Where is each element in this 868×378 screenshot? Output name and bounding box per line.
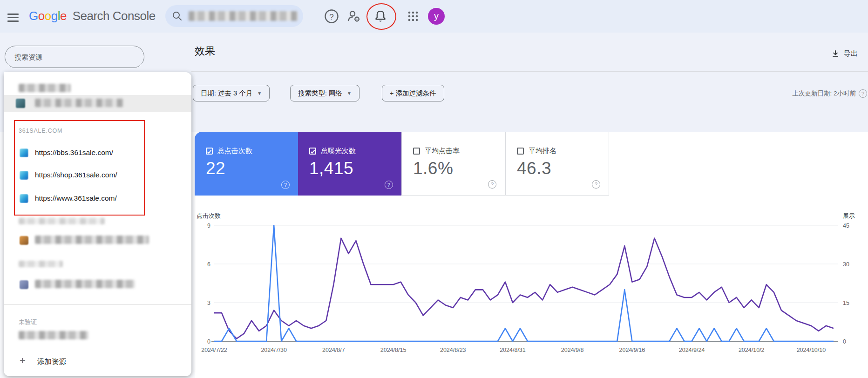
- page-title: 效果: [195, 44, 215, 58]
- checkbox-unchecked-icon[interactable]: [517, 148, 524, 155]
- divider: [4, 348, 191, 348]
- help-circle-icon[interactable]: ?: [592, 180, 600, 189]
- account-avatar[interactable]: y: [428, 8, 445, 25]
- property-group-header-redacted: [19, 218, 105, 224]
- red-annotation-box: [14, 120, 145, 216]
- site-favicon: [20, 236, 28, 245]
- property-item-redacted[interactable]: [4, 277, 191, 293]
- help-circle-icon[interactable]: ?: [488, 180, 496, 189]
- metric-label: 平均排名: [529, 147, 556, 155]
- property-item-selected[interactable]: [4, 95, 191, 112]
- performance-line-chart[interactable]: 点击次数展示003156309452024/7/222024/7/302024/…: [195, 205, 868, 359]
- property-url-redacted: [35, 236, 149, 244]
- clicks-line[interactable]: [214, 225, 834, 341]
- impressions-line[interactable]: [214, 238, 834, 339]
- checkbox-checked-icon[interactable]: [206, 148, 213, 155]
- x-axis-date-label: 2024/10/2: [739, 347, 765, 353]
- filter-search-type-label: 搜索类型: 网络: [298, 89, 342, 98]
- help-circle-icon[interactable]: ?: [859, 89, 867, 98]
- app-logo[interactable]: Google Search Console: [29, 9, 156, 23]
- property-dropdown-panel: 361SALE.COM https://bbs.361sale.com/ htt…: [4, 72, 191, 376]
- x-axis-date-label: 2024/8/23: [440, 347, 466, 353]
- site-favicon: [20, 280, 28, 289]
- help-icon[interactable]: ?: [322, 7, 341, 26]
- add-filter-label: + 添加过滤条件: [390, 89, 436, 98]
- last-updated-text: 上次更新日期: 2小时前: [792, 89, 856, 98]
- metric-label: 平均点击率: [425, 147, 460, 155]
- header-divider: [191, 71, 868, 72]
- left-axis-tick: 0: [207, 338, 210, 345]
- add-property-label: 添加资源: [37, 357, 66, 367]
- metric-card-average-ctr[interactable]: 平均点击率 1.6% ?: [401, 132, 505, 196]
- divider: [4, 304, 191, 305]
- right-axis-tick: 0: [843, 338, 846, 345]
- x-axis-date-label: 2024/8/31: [500, 347, 526, 353]
- metric-value: 22: [206, 159, 225, 178]
- property-search-input[interactable]: [5, 46, 144, 68]
- red-annotation-circle: [366, 3, 396, 30]
- plus-icon: +: [20, 356, 26, 366]
- filter-chip-date[interactable]: 日期: 过去 3 个月 ▼: [193, 85, 270, 101]
- filter-date-label: 日期: 过去 3 个月: [201, 89, 252, 98]
- google-apps-grid-icon[interactable]: [404, 7, 422, 26]
- metric-card-total-clicks[interactable]: 总点击次数 22 ?: [195, 132, 298, 196]
- metric-card-total-impressions[interactable]: 总曝光次数 1,415 ?: [298, 132, 401, 196]
- metric-value: 1,415: [309, 159, 353, 178]
- chevron-down-icon: ▼: [257, 91, 262, 96]
- left-axis-tick: 3: [207, 300, 210, 306]
- property-url-redacted: [35, 99, 123, 107]
- right-axis-tick: 45: [843, 223, 849, 229]
- last-updated-status: 上次更新日期: 2小时前 ?: [792, 89, 867, 98]
- search-query-redacted: [189, 11, 298, 21]
- metric-label: 总点击次数: [217, 147, 252, 155]
- left-axis-tick: 6: [207, 261, 210, 268]
- property-item-redacted[interactable]: [19, 84, 71, 92]
- metric-value: 46.3: [517, 159, 551, 178]
- x-axis-date-label: 2024/8/7: [322, 347, 345, 353]
- metric-label: 总曝光次数: [321, 147, 356, 155]
- property-url-redacted: [35, 280, 135, 288]
- help-circle-icon[interactable]: ?: [281, 181, 290, 189]
- google-logo: Google: [29, 9, 67, 23]
- x-axis-date-label: 2024/8/15: [380, 347, 407, 353]
- left-axis-tick: 9: [207, 223, 210, 229]
- export-button[interactable]: 导出: [831, 49, 858, 58]
- checkbox-unchecked-icon[interactable]: [413, 148, 420, 155]
- x-axis-date-label: 2024/7/22: [201, 347, 227, 353]
- site-favicon: [16, 99, 25, 108]
- search-icon: [172, 11, 182, 21]
- x-axis-date-label: 2024/9/8: [561, 347, 584, 353]
- checkbox-checked-icon[interactable]: [309, 148, 316, 155]
- unverified-section-header: 未验证: [19, 318, 37, 326]
- unverified-property-redacted[interactable]: [19, 331, 88, 339]
- x-axis-date-label: 2024/9/16: [619, 347, 645, 353]
- export-label: 导出: [844, 49, 858, 58]
- user-settings-icon[interactable]: [345, 7, 363, 26]
- x-axis-date-label: 2024/7/30: [261, 347, 287, 353]
- metric-card-average-position[interactable]: 平均排名 46.3 ?: [505, 132, 609, 196]
- app-title: Search Console: [73, 9, 156, 23]
- right-axis-title: 展示: [843, 212, 855, 219]
- svg-text:?: ?: [329, 13, 333, 21]
- metric-value: 1.6%: [413, 159, 453, 178]
- add-property-button[interactable]: + 添加资源: [4, 351, 191, 372]
- left-axis-title: 点击次数: [197, 212, 221, 219]
- x-axis-date-label: 2024/10/10: [797, 347, 826, 353]
- chevron-down-icon: ▼: [347, 91, 352, 96]
- property-item-redacted[interactable]: [4, 233, 191, 249]
- right-axis-tick: 15: [843, 300, 849, 306]
- property-group-header-redacted: [19, 261, 63, 267]
- right-axis-tick: 30: [843, 261, 849, 268]
- filter-chip-add-filter[interactable]: + 添加过滤条件: [382, 85, 444, 101]
- top-app-bar: Google Search Console ? y: [0, 0, 868, 33]
- filter-chip-search-type[interactable]: 搜索类型: 网络 ▼: [290, 85, 359, 101]
- help-circle-icon[interactable]: ?: [385, 181, 393, 189]
- hamburger-menu-icon[interactable]: [7, 11, 19, 21]
- x-axis-date-label: 2024/9/24: [679, 347, 705, 353]
- google-search-console-performance-page: { "topbar": { "logo_google": "Google", "…: [0, 0, 868, 378]
- download-icon: [831, 50, 840, 58]
- global-search-box[interactable]: [165, 5, 303, 27]
